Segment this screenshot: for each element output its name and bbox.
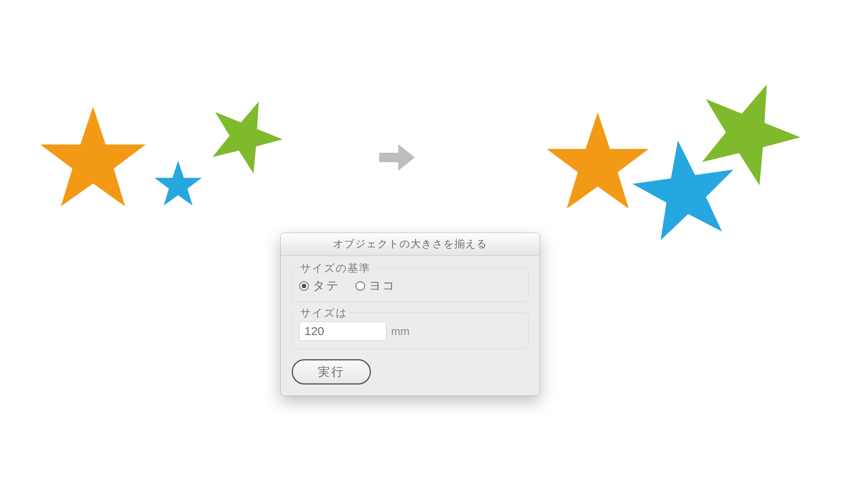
svg-marker-1 [154,161,202,206]
size-fieldset: サイズは mm [292,313,528,349]
dialog-body: サイズの基準 タテ ヨコ サイズは mm 実行 [281,256,540,396]
run-button[interactable]: 実行 [292,359,371,385]
arrow-right-icon [372,134,420,181]
basis-radio-vertical-label: タテ [313,278,340,294]
radio-icon [299,281,309,291]
svg-marker-0 [40,107,146,207]
size-input[interactable] [299,322,386,341]
star-after-blue [622,127,747,252]
resize-dialog: オブジェクトの大きさを揃える サイズの基準 タテ ヨコ サイズは mm [280,233,540,396]
dialog-title: オブジェクトの大きさを揃える [281,233,540,256]
svg-marker-2 [199,88,293,179]
basis-radio-vertical[interactable]: タテ [299,278,340,294]
svg-marker-5 [627,133,742,243]
basis-radio-group: タテ ヨコ [299,274,521,294]
radio-icon [355,281,365,291]
size-legend: サイズは [298,306,350,320]
size-unit: mm [391,325,410,338]
star-before-green [194,83,297,186]
star-before-orange [36,101,150,216]
basis-radio-horizontal-label: ヨコ [369,278,396,294]
basis-radio-horizontal[interactable]: ヨコ [355,278,396,294]
basis-fieldset: サイズの基準 タテ ヨコ [292,268,528,302]
basis-legend: サイズの基準 [298,261,373,275]
size-row: mm [299,318,521,341]
star-before-blue [152,158,204,210]
